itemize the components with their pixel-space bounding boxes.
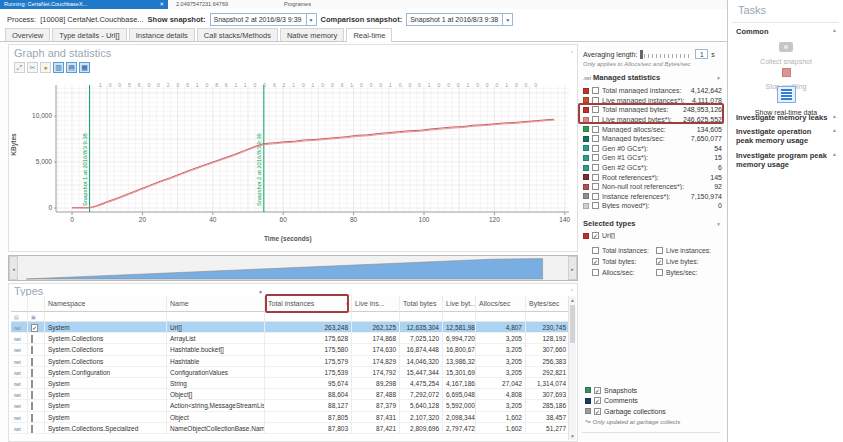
stat-checkbox[interactable] [592, 183, 599, 190]
row-checkbox[interactable] [31, 425, 33, 433]
legend-checkbox[interactable]: ✓ [594, 397, 601, 404]
chevron-up-icon[interactable]: ▲ [832, 128, 837, 145]
session-tab[interactable]: Running: CertaNet.CouchbaseX... ✕ [0, 0, 168, 9]
table-row[interactable]: netSystem.CollectionsHashtable.bucket[]1… [11, 344, 569, 355]
filter-cell[interactable] [400, 312, 443, 322]
column-header-bytes-sec[interactable]: Bytes/sec [526, 296, 570, 312]
option-checkbox[interactable] [656, 247, 663, 254]
scroll-up-icon[interactable]: ▲ [569, 297, 576, 303]
tab-call-stacks-methods[interactable]: Call stacks/Methods [197, 28, 278, 41]
legend-checkbox[interactable]: ✓ [594, 387, 601, 394]
tab-instance-details[interactable]: Instance details [129, 28, 195, 41]
toggle-comments-icon[interactable]: ▤ [66, 62, 77, 73]
collapse-panel-icon[interactable]: ▫ [571, 49, 573, 55]
row-checkbox-cell[interactable] [28, 412, 45, 423]
task-show-real-time-data[interactable]: Show real-time data [728, 86, 843, 116]
column-header-total-bytes[interactable]: Total bytes [400, 296, 443, 312]
stat-checkbox[interactable] [592, 135, 599, 142]
column-header-live-byt[interactable]: Live byt... [443, 296, 476, 312]
stat-checkbox[interactable] [592, 202, 599, 209]
zoom-selection-icon[interactable]: ✂ [27, 62, 38, 73]
table-row[interactable]: netSystemAction<string,MessageStreamList… [11, 400, 569, 411]
filter-cell[interactable] [45, 312, 167, 322]
comparison-snapshot-select[interactable]: Snapshot 1 at 2016/8/3 9:38 ▼ [406, 13, 513, 26]
stat-checkbox[interactable] [592, 164, 599, 171]
sort-desc-icon[interactable]: ▼ [345, 296, 350, 312]
filter-cell[interactable] [443, 312, 476, 322]
row-checkbox[interactable] [31, 391, 33, 399]
key-icon[interactable]: ● [40, 62, 51, 73]
filter-cell[interactable] [167, 312, 265, 322]
option-checkbox[interactable]: ✓ [592, 258, 599, 265]
stat-checkbox[interactable] [592, 106, 599, 113]
slider-thumb[interactable] [640, 50, 643, 59]
stat-checkbox[interactable] [592, 154, 599, 161]
filter-cell[interactable] [526, 312, 570, 322]
tasks-section-common[interactable]: Common ▲ [736, 28, 837, 37]
stat-checkbox[interactable] [592, 174, 599, 181]
row-checkbox[interactable] [31, 346, 33, 354]
table-row[interactable]: netSystem.Collections.SpecializedNameObj… [11, 423, 569, 434]
table-row[interactable]: net✓SystemUrl[]263,248262,12512,635,3041… [11, 322, 569, 333]
row-checkbox-cell[interactable] [28, 423, 45, 434]
tab-type-details-url[interactable]: Type details - Url[] [52, 28, 126, 41]
types-scrollbar[interactable]: ▲ ▼ [568, 296, 576, 440]
column-header-live-ins[interactable]: Live ins... [352, 296, 400, 312]
row-checkbox[interactable]: ✓ [31, 324, 38, 332]
selected-types-header[interactable]: Selected types ▼ [583, 219, 721, 228]
zoom-fit-icon[interactable]: ⤢ [14, 62, 25, 73]
stat-checkbox[interactable] [592, 97, 599, 104]
averaging-length-slider[interactable] [640, 50, 692, 59]
row-checkbox-cell[interactable] [28, 333, 45, 344]
show-snapshot-select[interactable]: Snapshot 2 at 2016/8/3 9:39 ▼ [210, 13, 317, 26]
toggle-snapshots-icon[interactable]: ▥ [53, 62, 64, 73]
scroll-right-icon[interactable]: ▸ [568, 256, 577, 280]
filter-cell[interactable] [352, 312, 400, 322]
chevron-down-icon[interactable]: ▼ [716, 221, 721, 227]
row-checkbox-cell[interactable] [28, 400, 45, 411]
row-checkbox[interactable] [31, 380, 33, 388]
collapse-panel-icon[interactable]: ▫ [571, 287, 573, 293]
camera-icon[interactable] [779, 42, 793, 52]
column-header-blank[interactable] [28, 296, 45, 312]
stat-checkbox[interactable] [592, 193, 599, 200]
realtime-selected-frame[interactable] [777, 86, 796, 103]
table-row[interactable]: netSystem.CollectionsHashtable175,579174… [11, 356, 569, 367]
filter-cell[interactable] [476, 312, 526, 322]
option-checkbox[interactable] [592, 269, 599, 276]
scroll-down-icon[interactable]: ▼ [569, 433, 576, 439]
column-header-namespace[interactable]: Namespace [45, 296, 167, 312]
realtime-chart[interactable]: 05,00010,000020406080100120140Snapshot 1… [9, 45, 579, 251]
tasks-section-investigate-operation-peak-memory-usage[interactable]: Investigate operation peak memory usage▲ [736, 128, 837, 145]
column-header-allocs-sec[interactable]: Allocs/sec [476, 296, 526, 312]
table-filter-row[interactable]: ▤▣ [11, 312, 569, 322]
row-checkbox-cell[interactable] [28, 378, 45, 389]
stat-checkbox[interactable] [592, 145, 599, 152]
filter-cell[interactable] [265, 312, 352, 322]
stat-checkbox[interactable] [592, 87, 599, 94]
timeline-navigator[interactable]: ◂ ▸ [8, 255, 578, 281]
scrollbar-thumb[interactable] [570, 305, 575, 343]
stat-checkbox[interactable] [592, 126, 599, 133]
row-checkbox[interactable] [31, 402, 33, 410]
tasks-section-investigate-memory-leaks[interactable]: Investigate memory leaks▲ [736, 114, 837, 123]
tab-real-time[interactable]: Real-time [346, 28, 392, 42]
chevron-up-icon[interactable]: ▲ [832, 152, 837, 169]
table-row[interactable]: netSystem.ConfigurationConfigurationValu… [11, 367, 569, 378]
row-checkbox[interactable] [31, 358, 33, 366]
column-header-total-instances[interactable]: Total instances▼ [265, 296, 352, 312]
row-checkbox-cell[interactable] [28, 356, 45, 367]
timeline-area[interactable] [18, 256, 569, 280]
stat-checkbox[interactable] [592, 116, 599, 123]
table-row[interactable]: netSystemObject[]88,60487,4887,292,0726,… [11, 389, 569, 400]
task-collect-snapshot[interactable]: Collect snapshot [728, 38, 843, 65]
row-checkbox[interactable] [31, 335, 33, 343]
column-header-name[interactable]: Name [167, 296, 265, 312]
row-checkbox-cell[interactable] [28, 367, 45, 378]
type-checkbox[interactable]: ✓ [592, 232, 599, 239]
table-row[interactable]: netSystem.CollectionsArrayList175,628174… [11, 333, 569, 344]
scroll-left-icon[interactable]: ◂ [9, 256, 18, 280]
table-row[interactable]: netSystemString95,67489,2984,475,2544,16… [11, 378, 569, 389]
averaging-length-value[interactable]: 1 [695, 49, 708, 59]
chevron-up-icon[interactable]: ▲ [832, 28, 837, 37]
